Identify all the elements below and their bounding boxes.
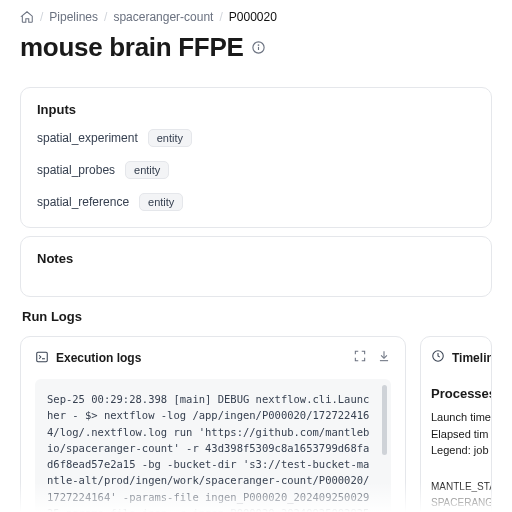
notes-heading: Notes xyxy=(37,251,475,266)
execution-logs-panel: Execution logs Sep-25 00:29:28.398 [main… xyxy=(20,336,406,512)
timeline-title: Timeline V xyxy=(452,351,492,365)
svg-rect-3 xyxy=(37,352,48,361)
notes-card: Notes xyxy=(20,236,492,297)
clock-icon xyxy=(431,349,445,366)
breadcrumb-sep: / xyxy=(219,10,222,24)
input-row: spatial_experiment entity xyxy=(37,129,475,147)
type-badge: entity xyxy=(125,161,169,179)
breadcrumb-sep: / xyxy=(40,10,43,24)
download-icon[interactable] xyxy=(377,349,391,367)
input-label: spatial_reference xyxy=(37,195,129,209)
breadcrumb: / Pipelines / spaceranger-count / P00002… xyxy=(0,0,512,24)
expand-icon[interactable] xyxy=(353,349,367,367)
home-icon[interactable] xyxy=(20,10,34,24)
inputs-heading: Inputs xyxy=(37,102,475,117)
input-label: spatial_probes xyxy=(37,163,115,177)
input-row: spatial_reference entity xyxy=(37,193,475,211)
title-row: mouse brain FFPE xyxy=(0,24,512,79)
log-output[interactable]: Sep-25 00:29:28.398 [main] DEBUG nextflo… xyxy=(35,379,391,512)
input-label: spatial_experiment xyxy=(37,131,138,145)
inputs-card: Inputs spatial_experiment entity spatial… xyxy=(20,87,492,228)
page-title: mouse brain FFPE xyxy=(20,32,243,63)
scrollbar[interactable] xyxy=(382,385,387,455)
input-row: spatial_probes entity xyxy=(37,161,475,179)
svg-point-2 xyxy=(259,45,260,46)
execution-logs-title: Execution logs xyxy=(56,351,141,365)
processes-heading: Processes xyxy=(431,386,481,401)
terminal-icon xyxy=(35,350,49,367)
timeline-items: MANTLE_STAG SPACERANGE xyxy=(431,479,481,511)
breadcrumb-repo[interactable]: spaceranger-count xyxy=(113,10,213,24)
timeline-meta: Launch time Elapsed tim Legend: job xyxy=(431,409,481,459)
breadcrumb-sep: / xyxy=(104,10,107,24)
type-badge: entity xyxy=(139,193,183,211)
runlogs-section: Run Logs Execution logs xyxy=(20,309,492,512)
timeline-panel: Timeline V Processes Launch time Elapsed… xyxy=(420,336,492,512)
type-badge: entity xyxy=(148,129,192,147)
breadcrumb-current: P000020 xyxy=(229,10,277,24)
breadcrumb-pipelines[interactable]: Pipelines xyxy=(49,10,98,24)
info-icon[interactable] xyxy=(251,40,266,55)
runlogs-heading: Run Logs xyxy=(22,309,492,324)
